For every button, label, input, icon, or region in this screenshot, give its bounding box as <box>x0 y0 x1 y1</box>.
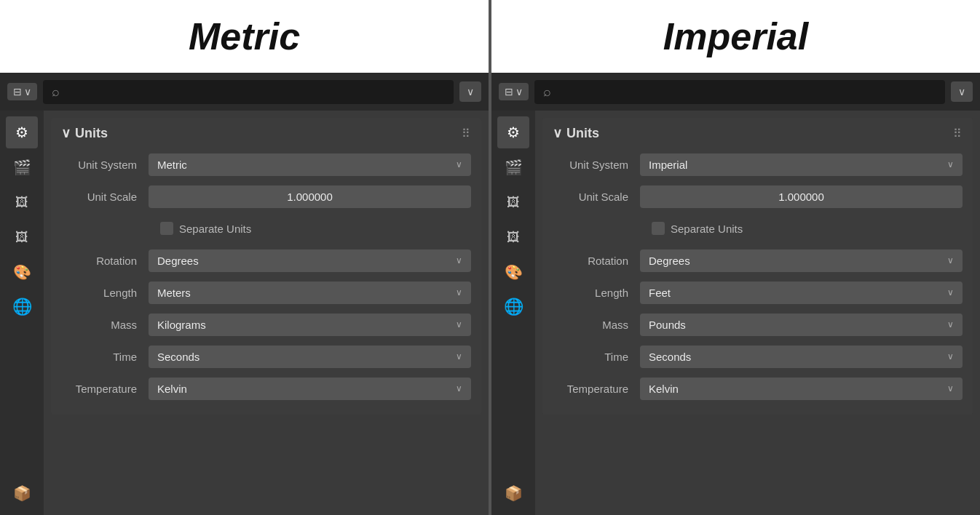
metric-length-arrow: ∨ <box>456 287 462 298</box>
metric-unit-system-arrow: ∨ <box>456 159 462 169</box>
metric-rotation-arrow: ∨ <box>456 255 462 266</box>
metric-collapse-chevron[interactable]: ∨ <box>61 125 71 141</box>
imperial-sidebar-icon-world[interactable]: 🌐 <box>497 291 529 323</box>
imperial-time-row: Time Seconds ∨ <box>553 343 963 370</box>
imperial-length-dropdown[interactable]: Feet ∨ <box>640 282 963 304</box>
imperial-rotation-arrow: ∨ <box>947 255 954 266</box>
metric-time-row: Time Seconds ∨ <box>61 343 471 370</box>
imperial-mass-row: Mass Pounds ∨ <box>553 311 963 338</box>
metric-temperature-row: Temperature Kelvin ∨ <box>61 375 471 402</box>
metric-temperature-value: Kelvin <box>157 383 187 395</box>
sidebar-icon-scene[interactable]: 🎬 <box>6 151 38 183</box>
metric-time-dropdown[interactable]: Seconds ∨ <box>149 346 471 368</box>
imperial-mass-dropdown[interactable]: Pounds ∨ <box>640 314 963 336</box>
imperial-temperature-control: Kelvin ∨ <box>640 378 963 400</box>
metric-section-title: ∨ Units <box>61 125 108 141</box>
imperial-mass-control: Pounds ∨ <box>640 314 963 336</box>
imperial-length-control: Feet ∨ <box>640 282 963 304</box>
imperial-mass-arrow: ∨ <box>947 319 954 330</box>
imperial-sidebar-icon-render[interactable]: 🖼 <box>497 186 529 218</box>
imperial-top-bar: ⊟ ∨ ⌕ ∨ <box>491 73 980 111</box>
metric-header: Metric <box>0 0 489 73</box>
metric-mass-arrow: ∨ <box>456 319 462 330</box>
sidebar-icon-render[interactable]: 🖼 <box>6 186 38 218</box>
imperial-workspace-button[interactable]: ⊟ ∨ <box>499 83 529 100</box>
metric-length-control: Meters ∨ <box>149 282 471 304</box>
imperial-time-label: Time <box>553 351 640 363</box>
metric-temperature-dropdown[interactable]: Kelvin ∨ <box>149 378 471 400</box>
imperial-rotation-dropdown[interactable]: Degrees ∨ <box>640 249 963 272</box>
metric-mass-value: Kilograms <box>157 319 206 331</box>
imperial-separate-units-row: Separate Units <box>553 215 963 241</box>
metric-time-arrow: ∨ <box>456 351 462 362</box>
metric-mass-dropdown[interactable]: Kilograms ∨ <box>149 314 471 336</box>
imperial-length-row: Length Feet ∨ <box>553 279 963 306</box>
imperial-workspace-icon: ⊟ <box>505 86 513 97</box>
imperial-unit-system-label: Unit System <box>553 159 640 171</box>
metric-units-section: ∨ Units ⠿ Unit System Metric ∨ <box>51 118 481 415</box>
imperial-unit-system-arrow: ∨ <box>947 159 954 169</box>
imperial-unit-system-row: Unit System Imperial ∨ <box>553 151 963 177</box>
imperial-separate-units-checkbox[interactable] <box>652 222 665 235</box>
imperial-sidebar-icon-object[interactable]: 📦 <box>497 477 529 509</box>
metric-search-box[interactable]: ⌕ <box>43 80 454 104</box>
sidebar-icon-tools[interactable]: ⚙ <box>6 116 38 148</box>
sidebar-icon-output[interactable]: 🖼 <box>6 221 38 253</box>
imperial-unit-system-control: Imperial ∨ <box>640 153 963 176</box>
imperial-unit-system-dropdown[interactable]: Imperial ∨ <box>640 153 963 176</box>
metric-temperature-label: Temperature <box>61 383 149 395</box>
imperial-sidebar-icon-view[interactable]: 🎨 <box>497 256 529 288</box>
imperial-length-value: Feet <box>649 287 671 299</box>
metric-length-row: Length Meters ∨ <box>61 279 471 306</box>
imperial-sidebar-icon-tools[interactable]: ⚙ <box>497 116 529 148</box>
metric-rotation-label: Rotation <box>61 255 149 267</box>
metric-mass-row: Mass Kilograms ∨ <box>61 311 471 338</box>
metric-rotation-row: Rotation Degrees ∨ <box>61 247 471 274</box>
imperial-time-control: Seconds ∨ <box>640 346 963 368</box>
metric-length-dropdown[interactable]: Meters ∨ <box>149 282 471 304</box>
metric-rotation-value: Degrees <box>157 255 199 267</box>
sidebar-icon-view[interactable]: 🎨 <box>6 256 38 288</box>
imperial-body: ⚙ 🎬 🖼 🖼 🎨 🌐 📦 ∨ Units ⠿ <box>491 111 980 515</box>
metric-unit-scale-input[interactable]: 1.000000 <box>149 185 471 208</box>
metric-body: ⚙ 🎬 🖼 🖼 🎨 🌐 📦 ∨ Units ⠿ <box>0 111 489 515</box>
metric-collapse-button[interactable]: ∨ <box>459 81 481 102</box>
imperial-separate-units-label: Separate Units <box>671 223 743 235</box>
imperial-time-dropdown[interactable]: Seconds ∨ <box>640 346 963 368</box>
imperial-mass-label: Mass <box>553 319 640 331</box>
metric-unit-system-label: Unit System <box>61 159 149 171</box>
imperial-content: ∨ Units ⠿ Unit System Imperial ∨ <box>535 111 980 515</box>
metric-temperature-control: Kelvin ∨ <box>149 378 471 400</box>
imperial-rotation-row: Rotation Degrees ∨ <box>553 247 963 274</box>
imperial-workspace-chevron: ∨ <box>515 86 523 97</box>
imperial-sidebar-icon-scene[interactable]: 🎬 <box>497 151 529 183</box>
metric-separate-units-row: Separate Units <box>61 215 471 241</box>
imperial-temperature-value: Kelvin <box>649 383 679 395</box>
metric-unit-system-control: Metric ∨ <box>149 153 471 176</box>
metric-unit-system-value: Metric <box>157 159 187 171</box>
metric-length-label: Length <box>61 287 149 299</box>
metric-length-value: Meters <box>157 287 191 299</box>
metric-separate-units-checkbox[interactable] <box>160 222 173 235</box>
metric-unit-system-dropdown[interactable]: Metric ∨ <box>149 153 471 176</box>
imperial-unit-scale-input[interactable]: 1.000000 <box>640 185 963 208</box>
metric-rotation-control: Degrees ∨ <box>149 249 471 272</box>
imperial-collapse-chevron[interactable]: ∨ <box>553 125 562 141</box>
imperial-collapse-button[interactable]: ∨ <box>951 81 973 102</box>
imperial-mass-value: Pounds <box>649 319 686 331</box>
search-icon: ⌕ <box>52 84 60 100</box>
imperial-section-title: ∨ Units <box>553 125 599 141</box>
metric-section-header: ∨ Units ⠿ <box>61 125 471 141</box>
metric-workspace-button[interactable]: ⊟ ∨ <box>7 83 37 100</box>
imperial-search-box[interactable]: ⌕ <box>534 80 945 104</box>
imperial-sidebar-icon-output[interactable]: 🖼 <box>497 221 529 253</box>
sidebar-icon-world[interactable]: 🌐 <box>6 291 38 323</box>
imperial-temperature-dropdown[interactable]: Kelvin ∨ <box>640 378 963 400</box>
sidebar-icon-object[interactable]: 📦 <box>6 477 38 509</box>
metric-time-value: Seconds <box>157 351 199 363</box>
imperial-section-header: ∨ Units ⠿ <box>553 125 963 141</box>
metric-mass-label: Mass <box>61 319 149 331</box>
imperial-time-value: Seconds <box>649 351 691 363</box>
imperial-length-label: Length <box>553 287 640 299</box>
metric-rotation-dropdown[interactable]: Degrees ∨ <box>149 249 471 272</box>
